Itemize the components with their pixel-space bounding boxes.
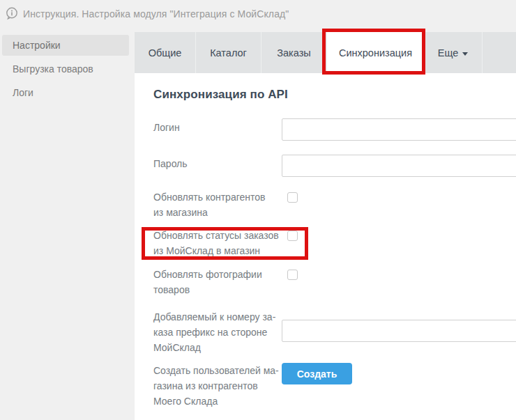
update-counterparties-checkbox[interactable] xyxy=(287,192,298,203)
update-order-statuses-label: Обновлять статусы заказов из МойСклад в … xyxy=(153,228,280,258)
tab-general[interactable]: Общие xyxy=(135,32,196,73)
tab-bar: Общие Каталог Заказы Синхронизация Еще xyxy=(135,32,516,73)
tab-general-label: Общие xyxy=(149,47,182,59)
instruction-link[interactable]: Инструкция. Настройка модуля "Интеграция… xyxy=(23,8,289,20)
info-bubble-icon xyxy=(6,7,18,21)
password-input[interactable] xyxy=(282,155,516,177)
tab-more-label: Еще xyxy=(438,47,459,59)
login-label: Логин xyxy=(153,120,280,135)
create-users-label: Создать пользователей ма- газина из конт… xyxy=(153,363,280,409)
tab-synchronization[interactable]: Синхронизация xyxy=(327,32,424,73)
settings-page: { "topbar": { "instruction": "Инструкция… xyxy=(0,0,516,420)
sidebar-item-settings[interactable]: Настройки xyxy=(2,35,129,56)
login-input[interactable] xyxy=(282,118,516,141)
update-photos-label: Обновлять фотографии товаров xyxy=(153,267,280,297)
sidebar-item-logs[interactable]: Логи xyxy=(2,82,129,103)
order-prefix-label: Добавляемый к номеру за- каза префикс на… xyxy=(153,309,280,355)
tab-synchronization-label: Синхронизация xyxy=(339,47,412,59)
chevron-down-icon xyxy=(462,52,468,56)
order-prefix-input[interactable] xyxy=(282,320,516,342)
tab-orders[interactable]: Заказы xyxy=(261,32,327,73)
update-order-statuses-checkbox[interactable] xyxy=(287,231,298,241)
update-counterparties-label: Обновлять контрагентов из магазина xyxy=(153,189,280,220)
tab-more[interactable]: Еще xyxy=(424,32,483,73)
tab-catalog-label: Каталог xyxy=(210,47,247,59)
topbar: Инструкция. Настройка модуля "Интеграция… xyxy=(0,0,516,28)
create-users-button[interactable]: Создать xyxy=(282,363,352,384)
sidebar: Настройки Выгрузка товаров Логи xyxy=(0,32,135,420)
update-photos-checkbox[interactable] xyxy=(287,270,298,280)
password-label: Пароль xyxy=(153,156,280,171)
tab-catalog[interactable]: Каталог xyxy=(196,32,261,73)
tab-orders-label: Заказы xyxy=(277,47,310,59)
sidebar-item-product-export[interactable]: Выгрузка товаров xyxy=(2,59,129,79)
main-panel: Общие Каталог Заказы Синхронизация Еще С… xyxy=(135,32,516,420)
section-heading: Синхронизация по API xyxy=(153,88,288,102)
